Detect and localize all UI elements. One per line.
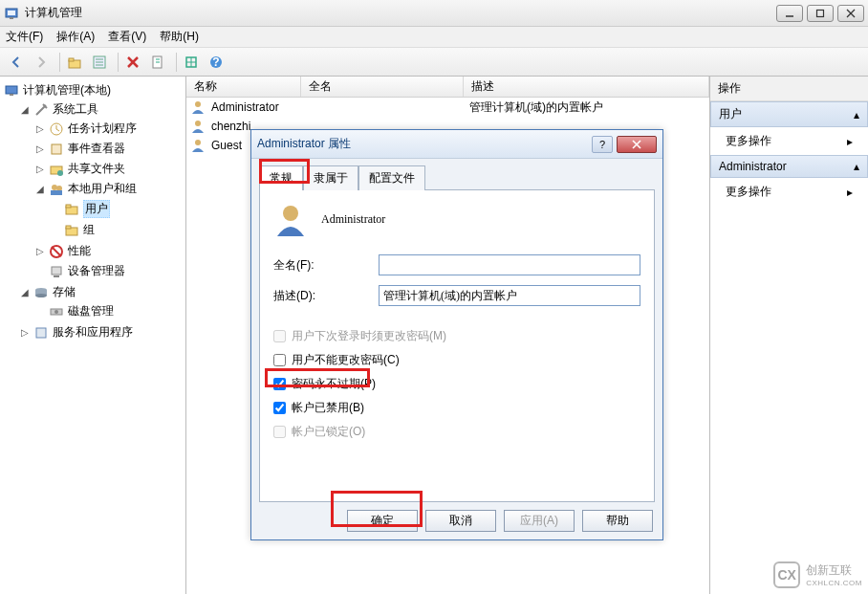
toolbar-separator xyxy=(118,53,119,72)
toolbar-separator xyxy=(176,53,177,72)
tree-label: 磁盘管理 xyxy=(68,303,114,319)
properties-button[interactable] xyxy=(89,52,110,73)
desc-input[interactable] xyxy=(379,285,640,306)
svg-line-33 xyxy=(52,247,61,256)
minimize-button[interactable] xyxy=(776,5,803,22)
clock-icon xyxy=(49,121,64,137)
svg-point-44 xyxy=(195,140,201,145)
dialog-title: Administrator 属性 xyxy=(257,136,588,152)
tree-services-apps[interactable]: ▷服务和应用程序 xyxy=(17,323,184,341)
delete-button[interactable] xyxy=(122,52,143,73)
help-button[interactable]: ? xyxy=(206,52,227,73)
chk-cannot-change[interactable]: 用户不能更改密码(C) xyxy=(273,352,640,368)
tree-label: 事件查看器 xyxy=(68,141,125,157)
perf-icon xyxy=(49,244,64,259)
tree-performance[interactable]: ▷性能 xyxy=(33,242,184,260)
svg-rect-8 xyxy=(69,58,74,61)
collapse-icon[interactable]: ◢ xyxy=(34,184,45,194)
menu-file[interactable]: 文件(F) xyxy=(6,29,43,45)
watermark-sub: CXHLCN.COM xyxy=(806,579,862,587)
col-name[interactable]: 名称 xyxy=(186,77,301,97)
cancel-button[interactable]: 取消 xyxy=(425,510,496,532)
actions-more[interactable]: 更多操作▸ xyxy=(710,178,868,206)
tab-memberof[interactable]: 隶属于 xyxy=(303,165,358,190)
export-button[interactable] xyxy=(181,52,202,73)
svg-point-47 xyxy=(283,206,298,221)
actions-section-users[interactable]: 用户▴ xyxy=(710,101,868,127)
expand-icon[interactable]: ▷ xyxy=(34,164,45,174)
tree-shared-folders[interactable]: ▷共享文件夹 xyxy=(33,160,184,178)
actions-more[interactable]: 更多操作▸ xyxy=(710,127,868,155)
tree-event-viewer[interactable]: ▷事件查看器 xyxy=(33,140,184,158)
user-large-icon xyxy=(273,202,308,236)
tree-device-manager[interactable]: ·设备管理器 xyxy=(33,262,184,280)
svg-point-25 xyxy=(52,185,57,190)
svg-text:?: ? xyxy=(212,55,219,69)
refresh-button[interactable] xyxy=(147,52,168,73)
tree-storage[interactable]: ◢存储 xyxy=(17,283,184,301)
menu-action[interactable]: 操作(A) xyxy=(56,29,95,45)
maximize-button[interactable] xyxy=(807,5,834,22)
tree-local-users-groups[interactable]: ◢本地用户和组 xyxy=(33,180,184,198)
dlg-help-button[interactable]: 帮助 xyxy=(582,510,653,532)
dialog-close-button[interactable] xyxy=(617,136,657,153)
svg-point-24 xyxy=(57,170,63,176)
collapse-icon[interactable]: ◢ xyxy=(19,104,30,115)
menu-view[interactable]: 查看(V) xyxy=(108,29,146,45)
tree-label: 存储 xyxy=(53,284,76,300)
svg-rect-31 xyxy=(66,226,71,229)
chk-account-disabled[interactable]: 帐户已禁用(B) xyxy=(273,400,640,416)
dialog-titlebar: Administrator 属性 ? xyxy=(251,130,662,159)
col-desc[interactable]: 描述 xyxy=(464,77,709,97)
apply-button[interactable]: 应用(A) xyxy=(504,510,575,532)
chk-never-expire[interactable]: 密码永不过期(P) xyxy=(273,376,640,392)
toolbar: ? xyxy=(0,48,868,77)
window-buttons xyxy=(776,5,864,22)
toolbar-separator xyxy=(59,53,60,72)
col-fullname[interactable]: 全名 xyxy=(301,77,464,97)
tree-label: 设备管理器 xyxy=(68,263,125,279)
up-button[interactable] xyxy=(64,52,85,73)
expand-icon[interactable]: ▷ xyxy=(34,246,45,256)
menu-help[interactable]: 帮助(H) xyxy=(160,29,199,45)
tree-root-label: 计算机管理(本地) xyxy=(23,82,111,99)
app-icon xyxy=(4,6,19,21)
collapse-icon[interactable]: ◢ xyxy=(19,287,30,297)
expand-icon[interactable]: ▷ xyxy=(34,143,45,154)
dialog-help-button[interactable]: ? xyxy=(592,136,613,153)
tree-disk-management[interactable]: ·磁盘管理 xyxy=(33,302,184,320)
list-row[interactable]: Administrator 管理计算机(域)的内置帐户 xyxy=(186,98,709,117)
dialog-buttons: 确定 取消 应用(A) 帮助 xyxy=(259,510,655,532)
tab-body: Administrator 全名(F): 描述(D): 用户下次登录时须更改密码… xyxy=(259,189,655,502)
list-header: 名称 全名 描述 xyxy=(186,77,709,98)
svg-point-43 xyxy=(195,121,201,126)
tree-system-tools[interactable]: ◢ 系统工具 xyxy=(17,100,184,119)
device-icon xyxy=(49,264,64,279)
actions-section-admin[interactable]: Administrator▴ xyxy=(710,155,868,178)
ok-button[interactable]: 确定 xyxy=(347,510,418,532)
tools-icon xyxy=(33,102,49,118)
tree-groups[interactable]: ·组 xyxy=(48,221,184,239)
dialog-tabs: 常规 隶属于 配置文件 xyxy=(259,165,655,189)
tree-label: 组 xyxy=(83,222,95,238)
expand-icon[interactable]: ▷ xyxy=(19,327,30,338)
svg-rect-2 xyxy=(10,17,13,19)
tab-profile[interactable]: 配置文件 xyxy=(358,165,425,190)
back-button[interactable] xyxy=(6,52,27,73)
close-button[interactable] xyxy=(837,5,864,22)
expand-icon[interactable]: ▷ xyxy=(34,123,45,134)
tab-general[interactable]: 常规 xyxy=(259,165,303,190)
svg-point-40 xyxy=(54,310,58,314)
tree-label: 性能 xyxy=(68,243,91,259)
svg-point-38 xyxy=(35,294,47,297)
window-title: 计算机管理 xyxy=(25,5,776,21)
svg-rect-35 xyxy=(54,275,59,277)
tree-task-scheduler[interactable]: ▷任务计划程序 xyxy=(33,120,184,138)
computer-icon xyxy=(4,83,19,99)
tree-users[interactable]: ·用户 xyxy=(48,199,184,219)
cell-desc: 管理计算机(域)的内置帐户 xyxy=(469,99,603,116)
actions-panel: 操作 用户▴ 更多操作▸ Administrator▴ 更多操作▸ xyxy=(710,77,868,594)
fullname-input[interactable] xyxy=(379,254,640,275)
tree-root[interactable]: 计算机管理(本地) xyxy=(2,81,184,99)
forward-button[interactable] xyxy=(31,52,52,73)
